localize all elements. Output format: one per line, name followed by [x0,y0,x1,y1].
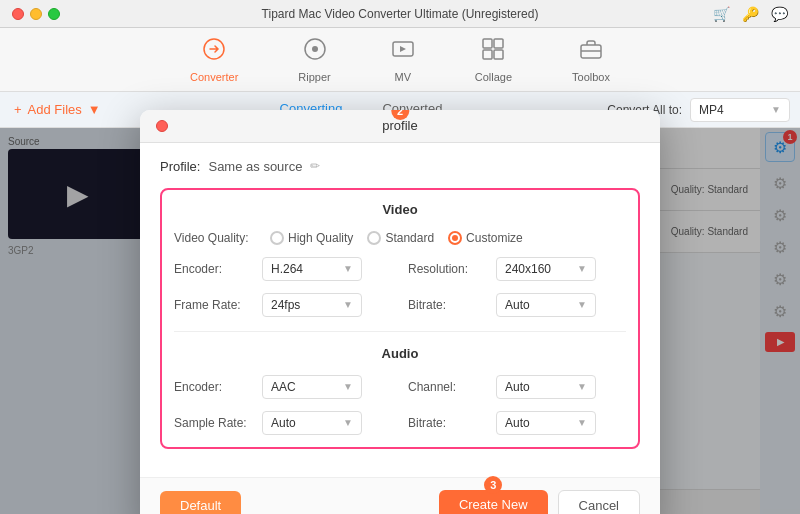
modal-title-bar: 2 profile [140,110,660,143]
profile-modal: 2 profile Profile: Same as source ✏ Vide… [140,110,660,515]
resolution-group: Resolution: 240x160 ▼ [408,257,626,281]
footer-right-buttons: 3 Create New Cancel [439,490,640,515]
profile-value: Same as source [208,159,302,174]
channel-select[interactable]: Auto ▼ [496,375,596,399]
channel-group: Channel: Auto ▼ [408,375,626,399]
radio-high-quality-dot [270,231,284,245]
video-quality-row: Video Quality: High Quality Standard [174,231,626,245]
radio-standard-dot [367,231,381,245]
audio-encoder-label: Encoder: [174,380,254,394]
edit-icon[interactable]: ✏ [310,159,320,173]
encoder-select[interactable]: H.264 ▼ [262,257,362,281]
video-bitrate-group: Bitrate: Auto ▼ [408,293,626,317]
key-icon[interactable]: 🔑 [742,6,759,22]
audio-encoder-arrow-icon: ▼ [343,381,353,392]
video-bitrate-select[interactable]: Auto ▼ [496,293,596,317]
samplerate-group: Sample Rate: Auto ▼ [174,411,392,435]
nav-converter[interactable]: Converter [180,31,248,89]
framerate-select[interactable]: 24fps ▼ [262,293,362,317]
encoder-arrow-icon: ▼ [343,263,353,274]
settings-section: Video Video Quality: High Quality Standa… [160,188,640,449]
video-quality-label: Video Quality: [174,231,254,245]
modal-number-3: 3 [484,476,502,494]
dropdown-arrow-icon: ▼ [88,102,101,117]
modal-title: 2 profile [382,118,417,133]
cancel-button[interactable]: Cancel [558,490,640,515]
convert-all-select[interactable]: MP4 ▼ [690,98,790,122]
svg-rect-7 [494,50,503,59]
video-quality-options: High Quality Standard Customize [270,231,523,245]
modal-overlay: 2 profile Profile: Same as source ✏ Vide… [0,128,800,514]
resolution-arrow-icon: ▼ [577,263,587,274]
audio-section-title: Audio [174,346,626,361]
collage-icon [481,37,505,67]
converter-label: Converter [190,71,238,83]
add-files-button[interactable]: + Add Files ▼ [0,102,115,117]
audio-bitrate-group: Bitrate: Auto ▼ [408,411,626,435]
resolution-select[interactable]: 240x160 ▼ [496,257,596,281]
audio-bitrate-arrow-icon: ▼ [577,417,587,428]
samplerate-bitrate-row: Sample Rate: Auto ▼ Bitrate: Auto ▼ [174,411,626,435]
title-icons: 🛒 🔑 💬 [713,6,788,22]
framerate-group: Frame Rate: 24fps ▼ [174,293,392,317]
close-button[interactable] [12,8,24,20]
nav-toolbox[interactable]: Toolbox [562,31,620,89]
title-bar: Tipard Mac Video Converter Ultimate (Unr… [0,0,800,28]
channel-label: Channel: [408,380,488,394]
samplerate-select[interactable]: Auto ▼ [262,411,362,435]
mv-label: MV [394,71,411,83]
select-arrow-icon: ▼ [771,104,781,115]
samplerate-arrow-icon: ▼ [343,417,353,428]
chat-icon[interactable]: 💬 [771,6,788,22]
app-title: Tipard Mac Video Converter Ultimate (Unr… [262,7,539,21]
plus-icon: + [14,102,22,117]
cart-icon[interactable]: 🛒 [713,6,730,22]
create-new-wrapper: 3 Create New [439,490,548,515]
svg-point-2 [312,46,318,52]
svg-rect-6 [483,50,492,59]
encoder-label: Encoder: [174,262,254,276]
nav-bar: Converter Ripper MV Collag [0,28,800,92]
framerate-bitrate-row: Frame Rate: 24fps ▼ Bitrate: Auto ▼ [174,293,626,317]
nav-mv[interactable]: MV [381,31,425,89]
audio-bitrate-select[interactable]: Auto ▼ [496,411,596,435]
svg-rect-5 [494,39,503,48]
video-section-title: Video [174,202,626,217]
modal-body: Profile: Same as source ✏ Video Video Qu… [140,143,660,477]
maximize-button[interactable] [48,8,60,20]
video-bitrate-label: Bitrate: [408,298,488,312]
minimize-button[interactable] [30,8,42,20]
radio-standard[interactable]: Standard [367,231,434,245]
resolution-label: Resolution: [408,262,488,276]
nav-ripper[interactable]: Ripper [288,31,340,89]
converter-icon [202,37,226,67]
samplerate-label: Sample Rate: [174,416,254,430]
modal-footer: Default 3 Create New Cancel [140,477,660,515]
modal-close-button[interactable] [156,120,168,132]
main-content: Source ▶ 3GP2 AVI AVI 640P 640P [0,128,800,514]
ripper-label: Ripper [298,71,330,83]
profile-row: Profile: Same as source ✏ [160,159,640,174]
radio-high-quality[interactable]: High Quality [270,231,353,245]
svg-rect-4 [483,39,492,48]
video-bitrate-arrow-icon: ▼ [577,299,587,310]
traffic-lights [12,8,60,20]
default-button[interactable]: Default [160,491,241,515]
audio-encoder-channel-row: Encoder: AAC ▼ Channel: Auto ▼ [174,375,626,399]
radio-customize[interactable]: Customize [448,231,523,245]
audio-encoder-select[interactable]: AAC ▼ [262,375,362,399]
toolbox-icon [579,37,603,67]
framerate-label: Frame Rate: [174,298,254,312]
nav-collage[interactable]: Collage [465,31,522,89]
encoder-resolution-row: Encoder: H.264 ▼ Resolution: 240x160 ▼ [174,257,626,281]
mv-icon [391,37,415,67]
collage-label: Collage [475,71,512,83]
ripper-icon [303,37,327,67]
toolbox-label: Toolbox [572,71,610,83]
section-divider [174,331,626,332]
channel-arrow-icon: ▼ [577,381,587,392]
audio-encoder-group: Encoder: AAC ▼ [174,375,392,399]
encoder-group: Encoder: H.264 ▼ [174,257,392,281]
radio-customize-dot [448,231,462,245]
audio-bitrate-label: Bitrate: [408,416,488,430]
